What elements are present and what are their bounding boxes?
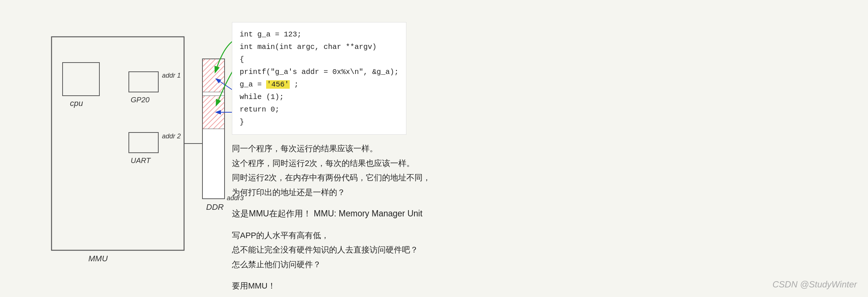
- addr3-label: addr3: [227, 194, 244, 202]
- code-line4: printf("g_a's addr = 0x%x\n", &g_a);: [240, 66, 399, 78]
- para-4: 为何打印出的地址还是一样的？: [232, 185, 842, 200]
- content-area: int g_a = 123; int main(int argc, char *…: [221, 15, 853, 282]
- svg-rect-0: [52, 37, 184, 250]
- code-line7: return 0;: [240, 103, 399, 116]
- code-line6: while (1);: [240, 91, 399, 103]
- para-5: 这是MMU在起作用！ MMU: Memory Manager Unit: [232, 206, 842, 221]
- svg-rect-1: [63, 63, 99, 96]
- code-line8: }: [240, 116, 399, 128]
- svg-rect-2: [129, 72, 158, 92]
- text-section-3: 写APP的人水平有高有低， 总不能让完全没有硬件知识的人去直接访问硬件吧？ 怎么…: [232, 228, 842, 272]
- mmu-label: MMU: [88, 254, 108, 264]
- addr1-label: addr 1: [162, 72, 181, 79]
- uart-label: UART: [131, 156, 151, 165]
- ddr-label: DDR: [206, 202, 224, 212]
- cpu-label: cpu: [70, 99, 83, 108]
- code-line1: int g_a = 123;: [240, 28, 399, 41]
- text-section-1: 同一个程序，每次运行的结果应该一样。 这个程序，同时运行2次，每次的结果也应该一…: [232, 141, 842, 199]
- svg-rect-3: [129, 132, 158, 153]
- code-line5: g_a = '456' ;: [240, 78, 399, 91]
- text-section-2: 这是MMU在起作用！ MMU: Memory Manager Unit: [232, 206, 842, 221]
- code-block: int g_a = 123; int main(int argc, char *…: [232, 22, 406, 135]
- para-3: 同时运行2次，在内存中有两份代码，它们的地址不同，: [232, 170, 842, 185]
- gp20-label: GP20: [131, 96, 149, 104]
- para-9: 要用MMU！: [232, 279, 842, 293]
- para-1: 同一个程序，每次运行的结果应该一样。: [232, 141, 842, 156]
- main-container: cpu MMU GP20 addr 1 UART addr 2 DDR addr…: [0, 0, 868, 297]
- diagram-area: cpu MMU GP20 addr 1 UART addr 2 DDR addr…: [15, 15, 206, 282]
- text-section-4: 要用MMU！: [232, 279, 842, 293]
- code-line3: {: [240, 53, 399, 66]
- para-2: 这个程序，同时运行2次，每次的结果也应该一样。: [232, 156, 842, 171]
- para-8: 怎么禁止他们访问硬件？: [232, 257, 842, 272]
- code-line2: int main(int argc, char **argv): [240, 41, 399, 53]
- addr2-label: addr 2: [162, 132, 181, 140]
- para-7: 总不能让完全没有硬件知识的人去直接访问硬件吧？: [232, 243, 842, 257]
- code-highlight: '456': [266, 80, 290, 89]
- para-6: 写APP的人水平有高有低，: [232, 228, 842, 243]
- watermark: CSDN @StudyWinter: [772, 279, 857, 290]
